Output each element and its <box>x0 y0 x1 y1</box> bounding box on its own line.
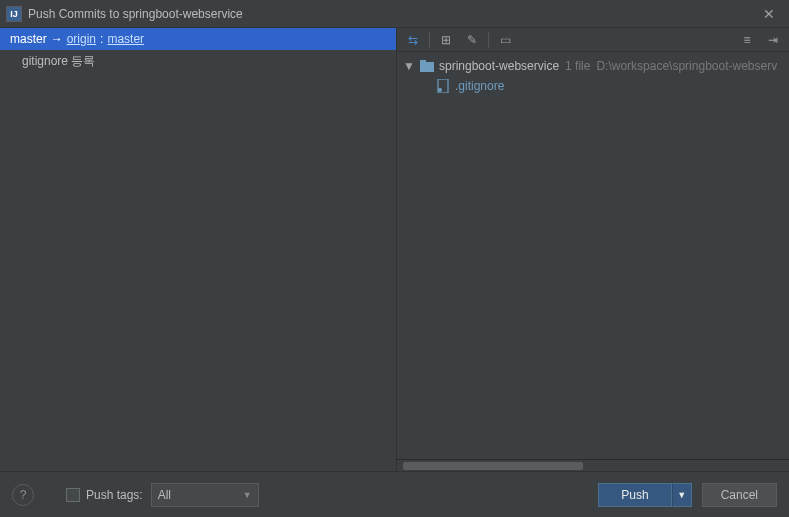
file-tree: ▼ springboot-webservice 1 file D:\worksp… <box>397 52 789 459</box>
edit-icon[interactable]: ✎ <box>462 30 482 50</box>
push-tags-dropdown[interactable]: All ▼ <box>151 483 259 507</box>
file-name: .gitignore <box>455 79 504 93</box>
toolbar-separator <box>429 32 430 48</box>
push-commits-dialog: IJ Push Commits to springboot-webservice… <box>0 0 789 517</box>
window-title: Push Commits to springboot-webservice <box>28 7 755 21</box>
group-by-icon[interactable]: ⊞ <box>436 30 456 50</box>
root-name: springboot-webservice <box>439 59 559 73</box>
show-diff-icon[interactable]: ⇆ <box>403 30 423 50</box>
expand-icon[interactable]: ▼ <box>403 59 415 73</box>
app-icon: IJ <box>6 6 22 22</box>
commit-message: gitignore 등록 <box>22 53 95 70</box>
files-panel: ⇆ ⊞ ✎ ▭ ≡ ⇥ ▼ springboot-webservice 1 fi… <box>397 28 789 471</box>
tree-file-row[interactable]: .gitignore <box>403 76 783 96</box>
push-tags-checkbox[interactable] <box>66 488 80 502</box>
push-button-label: Push <box>621 488 648 502</box>
cancel-button-label: Cancel <box>721 488 758 502</box>
chevron-down-icon: ▼ <box>243 490 252 500</box>
dropdown-value: All <box>158 488 171 502</box>
dialog-body: master → origin : master gitignore 등록 ⇆ … <box>0 28 789 471</box>
push-tags-label: Push tags: <box>86 488 143 502</box>
push-button-group: Push ▼ <box>598 483 691 507</box>
titlebar: IJ Push Commits to springboot-webservice… <box>0 0 789 28</box>
svg-rect-1 <box>420 60 426 64</box>
folder-icon <box>419 59 435 73</box>
preview-icon[interactable]: ▭ <box>495 30 515 50</box>
arrow-icon: → <box>51 32 63 46</box>
branch-row[interactable]: master → origin : master <box>0 28 396 50</box>
local-branch: master <box>10 32 47 46</box>
remote-branch-link[interactable]: master <box>107 32 144 46</box>
close-icon[interactable]: ✕ <box>755 6 783 22</box>
cancel-button[interactable]: Cancel <box>702 483 777 507</box>
scroll-thumb[interactable] <box>403 462 583 470</box>
file-icon <box>435 79 451 93</box>
push-button[interactable]: Push <box>598 483 671 507</box>
remote-repo-link[interactable]: origin <box>67 32 96 46</box>
tree-root-row[interactable]: ▼ springboot-webservice 1 file D:\worksp… <box>403 56 783 76</box>
help-button[interactable]: ? <box>12 484 34 506</box>
push-dropdown-button[interactable]: ▼ <box>672 483 692 507</box>
commits-panel: master → origin : master gitignore 등록 <box>0 28 397 471</box>
horizontal-scrollbar[interactable] <box>397 459 789 471</box>
commit-row[interactable]: gitignore 등록 <box>0 50 396 72</box>
toolbar: ⇆ ⊞ ✎ ▭ ≡ ⇥ <box>397 28 789 52</box>
expand-all-icon[interactable]: ≡ <box>737 30 757 50</box>
toolbar-separator <box>488 32 489 48</box>
svg-point-3 <box>438 88 442 92</box>
footer: ? Push tags: All ▼ Push ▼ Cancel <box>0 471 789 517</box>
root-path: D:\workspace\springboot-webserv <box>596 59 777 73</box>
colon: : <box>100 32 103 46</box>
root-file-count: 1 file <box>565 59 590 73</box>
collapse-all-icon[interactable]: ⇥ <box>763 30 783 50</box>
